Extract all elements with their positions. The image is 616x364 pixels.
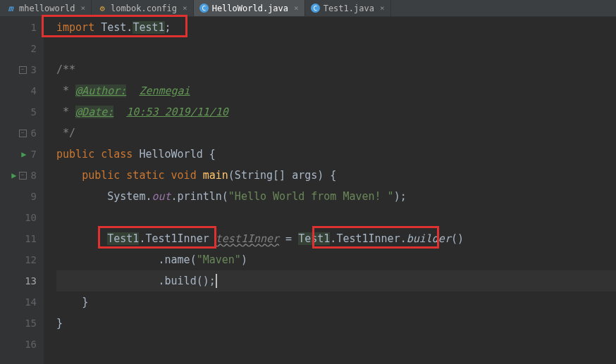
code-line: public static void main(String[] args) { bbox=[56, 165, 616, 186]
line-number: 10 bbox=[0, 207, 37, 228]
code-line: */ bbox=[56, 123, 616, 144]
line-number: 11 bbox=[0, 228, 37, 249]
tab-label: mhelloworld bbox=[19, 4, 75, 13]
code-line: * @Author: Zenmegai bbox=[56, 80, 616, 101]
fold-marker-icon[interactable]: − bbox=[19, 66, 27, 74]
line-number: 5 bbox=[0, 101, 37, 123]
tab-mhelloworld[interactable]: m mhelloworld × bbox=[0, 0, 92, 16]
gear-icon: ⚙ bbox=[97, 4, 107, 13]
close-icon[interactable]: × bbox=[294, 4, 299, 13]
line-number: 13 bbox=[0, 270, 37, 291]
code-line: import Test.Test1; bbox=[56, 17, 616, 38]
code-line: } bbox=[56, 291, 616, 313]
run-icon[interactable]: ▶ bbox=[11, 165, 16, 186]
line-number: 12 bbox=[0, 249, 37, 270]
tab-bar: m mhelloworld × ⚙ lombok.config × C Hell… bbox=[0, 0, 616, 17]
close-icon[interactable]: × bbox=[380, 4, 385, 13]
text-cursor bbox=[216, 274, 217, 288]
gutter: 1 2 − 3 4 5 − 6 ▶ 7 ▶ − 8 9 10 11 12 13 … bbox=[0, 17, 44, 364]
code-area[interactable]: import Test.Test1; /** * @Author: Zenmeg… bbox=[44, 17, 616, 364]
line-number: ▶ − 8 bbox=[0, 165, 37, 186]
line-number: 2 bbox=[0, 38, 37, 59]
code-line: System.out.println("Hello World from Mav… bbox=[56, 186, 616, 207]
code-line: * @Date: 10:53 2019/11/10 bbox=[56, 101, 616, 123]
line-number: − 3 bbox=[0, 59, 37, 80]
code-line: public class HelloWorld { bbox=[56, 144, 616, 165]
line-number: 16 bbox=[0, 334, 37, 355]
code-line: .name("Maven") bbox=[56, 249, 616, 270]
run-icon[interactable]: ▶ bbox=[21, 144, 26, 165]
code-line: Test1.Test1Inner test1Inner = Test1.Test… bbox=[56, 228, 616, 249]
line-number: 15 bbox=[0, 313, 37, 334]
code-line bbox=[56, 207, 616, 228]
tab-lombok-config[interactable]: ⚙ lombok.config × bbox=[92, 0, 194, 16]
line-number: ▶ 7 bbox=[0, 144, 37, 165]
tab-label: Test1.java bbox=[324, 4, 374, 13]
tab-test1[interactable]: C Test1.java × bbox=[305, 0, 391, 16]
class-icon: C bbox=[199, 4, 209, 13]
code-line: /** bbox=[56, 59, 616, 80]
module-icon: m bbox=[6, 4, 16, 13]
line-number: 1 bbox=[0, 17, 37, 38]
fold-marker-icon[interactable]: − bbox=[19, 172, 27, 180]
tab-helloworld[interactable]: C HelloWorld.java × bbox=[194, 0, 305, 16]
fold-marker-icon[interactable]: − bbox=[19, 130, 27, 137]
class-icon: C bbox=[311, 4, 320, 13]
editor[interactable]: 1 2 − 3 4 5 − 6 ▶ 7 ▶ − 8 9 10 11 12 13 … bbox=[0, 17, 616, 364]
line-number: 14 bbox=[0, 291, 37, 313]
tab-label: HelloWorld.java bbox=[212, 4, 288, 13]
close-icon[interactable]: × bbox=[183, 4, 187, 13]
code-line bbox=[56, 334, 616, 355]
code-line bbox=[56, 38, 616, 59]
close-icon[interactable]: × bbox=[80, 4, 85, 13]
code-line: .build(); bbox=[56, 270, 616, 291]
line-number: − 6 bbox=[0, 123, 37, 144]
tab-label: lombok.config bbox=[111, 4, 177, 13]
line-number: 9 bbox=[0, 186, 37, 207]
line-number: 4 bbox=[0, 80, 37, 101]
code-line: } bbox=[56, 313, 616, 334]
